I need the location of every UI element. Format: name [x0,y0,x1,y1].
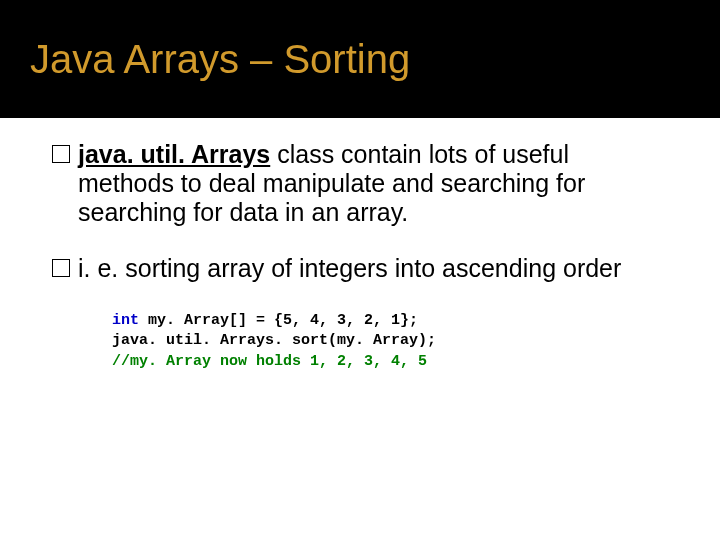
slide-title: Java Arrays – Sorting [30,37,410,82]
bullet-icon [52,145,70,163]
code-block: int my. Array[] = {5, 4, 3, 2, 1}; java.… [112,311,668,372]
class-name-link: java. util. Arrays [78,140,270,168]
code-line-2: java. util. Arrays. sort(my. Array); [112,331,668,351]
code-line-3-comment: //my. Array now holds 1, 2, 3, 4, 5 [112,352,668,372]
paragraph-2: i. e. sorting array of integers into asc… [52,254,668,283]
code-line-1: int my. Array[] = {5, 4, 3, 2, 1}; [112,311,668,331]
code-text: my. Array[] = {5, 4, 3, 2, 1}; [139,312,418,329]
slide-body: java. util. Arrays class contain lots of… [0,118,720,372]
paragraph-2-text: i. e. sorting array of integers into asc… [78,254,621,282]
bullet-icon [52,259,70,277]
paragraph-1: java. util. Arrays class contain lots of… [52,140,668,226]
title-band: Java Arrays – Sorting [0,0,720,118]
code-keyword: int [112,312,139,329]
